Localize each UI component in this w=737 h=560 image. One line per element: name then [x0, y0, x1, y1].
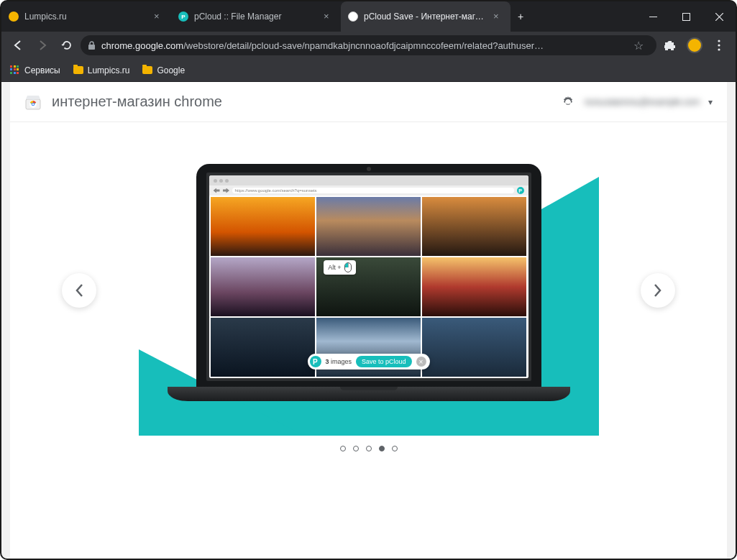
tab-title: pCloud :: File Manager — [194, 12, 318, 22]
browser-tab-0[interactable]: Lumpics.ru × — [1, 1, 171, 32]
browser-toolbar: chrome.google.com/webstore/detail/pcloud… — [1, 32, 736, 59]
lock-icon — [88, 41, 96, 50]
pcloud-icon: P — [517, 187, 524, 194]
favicon-icon: P — [178, 12, 188, 22]
tab-title: Lumpics.ru — [24, 12, 148, 22]
favicon-icon — [348, 12, 358, 22]
carousel-prev-button[interactable] — [62, 273, 96, 308]
svg-point-10 — [567, 100, 570, 104]
nav-back-button[interactable] — [7, 35, 29, 56]
folder-icon — [73, 66, 83, 74]
alt-click-hint: Alt + — [324, 260, 355, 275]
carousel-dot[interactable] — [392, 446, 398, 451]
chrome-web-store-icon — [24, 93, 42, 111]
bookmarks-bar: Сервисы Lumpics.ru Google — [1, 59, 736, 82]
carousel-dot[interactable] — [366, 446, 372, 451]
mock-image — [211, 318, 315, 377]
svg-point-4 — [718, 44, 720, 46]
window-maximize-button[interactable] — [669, 1, 702, 32]
carousel-dot[interactable] — [340, 446, 346, 451]
mouse-icon — [344, 262, 352, 272]
carousel-dot[interactable] — [379, 446, 385, 451]
close-icon[interactable]: × — [154, 12, 164, 22]
window-minimize-button[interactable] — [636, 1, 669, 32]
mock-image — [422, 318, 526, 377]
nav-forward-button[interactable] — [32, 35, 53, 56]
mock-back-icon — [214, 188, 220, 193]
mock-image — [211, 257, 315, 316]
laptop-mockup: https://www.google.com/search?q=sunsets … — [196, 164, 541, 401]
carousel-next-button[interactable] — [641, 273, 675, 308]
screenshot-carousel: https://www.google.com/search?q=sunsets … — [10, 122, 727, 459]
bookmark-apps[interactable]: Сервисы — [10, 65, 60, 75]
page-content: интернет-магазин chrome пользователь@exa… — [1, 82, 736, 559]
user-email[interactable]: пользователь@example.com — [584, 96, 700, 107]
nav-reload-button[interactable] — [56, 35, 78, 56]
mock-url: https://www.google.com/search?q=sunsets — [232, 188, 514, 193]
url-text: chrome.google.com/webstore/detail/pcloud… — [101, 40, 544, 51]
mock-forward-icon — [223, 188, 229, 193]
alt-label: Alt + — [328, 264, 341, 271]
store-title: интернет-магазин chrome — [52, 93, 222, 110]
tab-title: pCloud Save - Интернет-магази — [364, 12, 487, 22]
profile-avatar[interactable] — [684, 35, 705, 56]
svg-rect-2 — [88, 45, 95, 50]
store-header: интернет-магазин chrome пользователь@exa… — [10, 82, 727, 122]
apps-grid-icon — [10, 65, 20, 75]
browser-menu-icon[interactable] — [708, 35, 730, 56]
mock-image — [316, 197, 421, 256]
bookmark-star-icon[interactable]: ☆ — [628, 35, 649, 56]
mock-image — [211, 197, 315, 256]
browser-tab-1[interactable]: P pCloud :: File Manager × — [171, 1, 341, 32]
close-icon: × — [416, 357, 426, 367]
carousel-dot[interactable] — [353, 446, 359, 451]
save-to-pcloud-pill: P 3 images Save to pCloud × — [307, 354, 429, 369]
window-close-button[interactable] — [702, 1, 736, 32]
folder-icon — [142, 66, 152, 74]
favicon-icon — [9, 12, 19, 22]
svg-rect-1 — [682, 13, 690, 20]
close-icon[interactable]: × — [493, 12, 503, 22]
mock-image — [422, 257, 526, 316]
bookmark-label: Google — [157, 65, 185, 75]
extensions-icon[interactable] — [659, 35, 681, 56]
window-titlebar: Lumpics.ru × P pCloud :: File Manager × … — [1, 1, 736, 32]
bookmark-folder-lumpics[interactable]: Lumpics.ru — [73, 65, 130, 75]
carousel-slide: https://www.google.com/search?q=sunsets … — [139, 151, 599, 436]
bookmark-label: Сервисы — [24, 65, 60, 75]
gear-icon[interactable] — [561, 95, 575, 109]
svg-rect-0 — [649, 17, 657, 17]
address-bar[interactable]: chrome.google.com/webstore/detail/pcloud… — [81, 35, 656, 55]
pcloud-icon: P — [309, 356, 321, 367]
new-tab-button[interactable]: + — [511, 1, 531, 32]
image-count: 3 images — [325, 358, 352, 365]
save-to-pcloud-button: Save to pCloud — [356, 356, 412, 367]
svg-point-3 — [718, 40, 720, 42]
close-icon[interactable]: × — [324, 12, 334, 22]
bookmark-label: Lumpics.ru — [88, 65, 130, 75]
carousel-dots — [45, 446, 692, 451]
browser-tab-2[interactable]: pCloud Save - Интернет-магази × — [341, 1, 511, 32]
svg-point-9 — [32, 103, 34, 104]
bookmark-folder-google[interactable]: Google — [142, 65, 185, 75]
svg-point-5 — [718, 48, 720, 50]
mock-image — [422, 197, 526, 256]
chevron-down-icon[interactable]: ▾ — [708, 97, 713, 107]
